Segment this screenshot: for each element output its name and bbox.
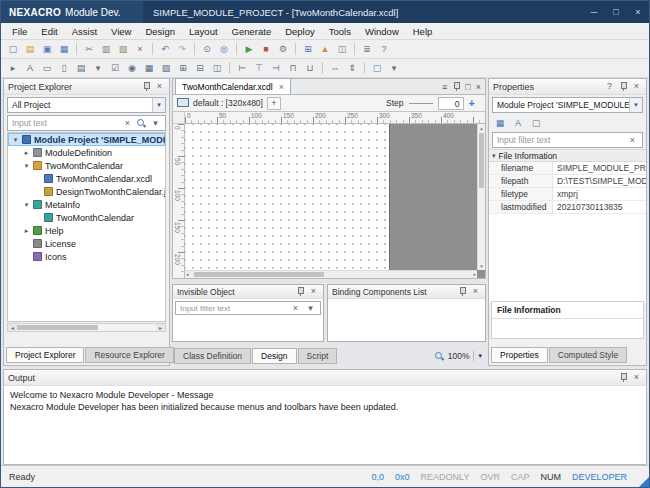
chevron-down-icon[interactable]: ▾ — [152, 98, 165, 112]
delete-icon[interactable]: × — [132, 42, 148, 57]
same-height-icon[interactable]: ⇕ — [344, 61, 360, 76]
help-icon[interactable]: ? — [604, 81, 615, 92]
menu-edit[interactable]: Edit — [34, 23, 64, 40]
new-project-icon[interactable]: ▢ — [5, 42, 21, 57]
step-value-input[interactable]: 0 — [438, 97, 464, 110]
file-information-section[interactable]: ▾ File Information — [489, 149, 646, 162]
radio-component-icon[interactable]: ◉ — [124, 61, 140, 76]
step-increase-button[interactable]: + — [469, 97, 475, 109]
tree-item-twomonthcalendar[interactable]: ▾TwoMonthCalendar — [8, 159, 165, 172]
project-search-input[interactable]: Input text × ▾ — [7, 115, 166, 131]
close-icon[interactable]: × — [154, 81, 165, 92]
minimize-button[interactable]: ─ — [583, 1, 605, 23]
close-button[interactable]: × — [627, 1, 649, 23]
clear-icon[interactable]: × — [122, 118, 133, 129]
menu-design[interactable]: Design — [138, 23, 182, 40]
project-filter-combobox[interactable]: All Project ▾ — [7, 97, 166, 113]
menu-assist[interactable]: Assist — [65, 23, 104, 40]
cut-icon[interactable]: ✂ — [81, 42, 97, 57]
tab-computed-style[interactable]: Computed Style — [549, 347, 627, 363]
open-project-icon[interactable]: ▤ — [22, 42, 38, 57]
pin-icon[interactable] — [452, 82, 460, 91]
tab-list-icon[interactable]: ≡ — [442, 82, 447, 92]
align-left-icon[interactable]: ⊢ — [234, 61, 250, 76]
tab-resource-explorer[interactable]: Resource Explorer — [85, 347, 173, 363]
grid-component-icon[interactable]: ▦ — [141, 61, 157, 76]
menu-deploy[interactable]: Deploy — [278, 23, 322, 40]
menu-layout[interactable]: Layout — [182, 23, 225, 40]
tree-item-module-project-simple-module-project[interactable]: ▾Module Project 'SIMPLE_MODULE_PROJECT' — [8, 133, 165, 146]
chevron-down-icon[interactable]: ▾ — [305, 303, 316, 314]
textarea-component-icon[interactable]: ▤ — [73, 61, 89, 76]
tab-component-icon[interactable]: ⊟ — [192, 61, 208, 76]
generate-icon[interactable]: ⊞ — [300, 42, 316, 57]
add-device-button[interactable]: + — [267, 97, 281, 110]
stop-icon[interactable]: ■ — [258, 42, 274, 57]
pin-icon[interactable] — [296, 287, 304, 296]
property-value[interactable]: SIMPLE_MODULE_PROJECT — [553, 162, 646, 174]
zoom-control[interactable]: 100% ▾ — [435, 351, 482, 361]
launch-icon[interactable]: ▶ — [241, 42, 257, 57]
property-row-filetype[interactable]: filetypexmprj — [489, 188, 646, 201]
checkbox-component-icon[interactable]: ☑ — [107, 61, 123, 76]
menu-view[interactable]: View — [104, 23, 138, 40]
chevron-down-icon[interactable]: ▾ — [629, 98, 642, 112]
tree-item-metainfo[interactable]: ▾MetaInfo — [8, 198, 165, 211]
tree-item-help[interactable]: ▸Help — [8, 224, 165, 237]
save-all-icon[interactable]: ▦ — [56, 42, 72, 57]
close-icon[interactable]: × — [308, 286, 319, 297]
property-row-filepath[interactable]: filepathD:\TEST\SIMPLE_MODULE_PROJECT — [489, 175, 646, 188]
collapse-icon[interactable]: ▾ — [22, 201, 31, 209]
build-icon[interactable]: ⚙ — [275, 42, 291, 57]
quick-view-dropdown-icon[interactable]: ▾ — [386, 61, 402, 76]
scrollbar-thumb[interactable] — [194, 272, 324, 277]
properties-filter-input[interactable]: Input filter text × — [492, 132, 643, 148]
scrollbar-track[interactable] — [17, 324, 156, 331]
pin-icon[interactable] — [619, 82, 627, 91]
zoom-value[interactable]: 100% — [448, 351, 470, 361]
clear-icon[interactable]: × — [627, 135, 638, 146]
collapse-icon[interactable]: ▾ — [492, 152, 496, 160]
same-width-icon[interactable]: ⇔ — [327, 61, 343, 76]
combo-component-icon[interactable]: ▾ — [90, 61, 106, 76]
menu-generate[interactable]: Generate — [225, 23, 279, 40]
replace-icon[interactable]: ◎ — [216, 42, 232, 57]
scroll-left-icon[interactable]: ◂ — [8, 324, 17, 331]
maximize-button[interactable]: □ — [605, 1, 627, 23]
find-icon[interactable]: ⊙ — [199, 42, 215, 57]
tree-item-twomonthcalendar[interactable]: TwoMonthCalendar — [8, 211, 165, 224]
tab-project-explorer[interactable]: Project Explorer — [6, 347, 84, 363]
filter-dropdown-icon[interactable]: ▾ — [150, 118, 161, 129]
tree-item-designtwomonthcalendar-js[interactable]: DesignTwoMonthCalendar.js — [8, 185, 165, 198]
step-slider[interactable] — [409, 103, 433, 104]
property-value[interactable]: xmprj — [553, 188, 646, 200]
window-list-icon[interactable]: ≣ — [359, 42, 375, 57]
tab-script[interactable]: Script — [298, 348, 338, 364]
resize-grip[interactable] — [639, 477, 649, 487]
categorized-view-icon[interactable]: ▦ — [492, 116, 508, 131]
property-row-filename[interactable]: filenameSIMPLE_MODULE_PROJECT — [489, 162, 646, 175]
properties-target-combobox[interactable]: Module Project 'SIMPLE_MODULE_PROJECT' ▾ — [492, 97, 643, 113]
document-tab[interactable]: TwoMonthCalendar.xcdl × — [175, 78, 291, 94]
undo-icon[interactable]: ↶ — [157, 42, 173, 57]
close-icon[interactable]: × — [476, 82, 481, 92]
search-icon[interactable] — [137, 119, 146, 128]
paste-icon[interactable]: ▧ — [115, 42, 131, 57]
close-tab-icon[interactable]: × — [279, 82, 284, 92]
div-component-icon[interactable]: ◫ — [209, 61, 225, 76]
tab-properties[interactable]: Properties — [491, 347, 548, 363]
invisible-object-filter-input[interactable]: Input filter text × ▾ — [175, 301, 321, 315]
close-icon[interactable]: × — [631, 81, 642, 92]
collapse-icon[interactable]: ▾ — [22, 162, 31, 170]
align-right-icon[interactable]: ⊣ — [268, 61, 284, 76]
package-icon[interactable]: ◫ — [334, 42, 350, 57]
expand-icon[interactable]: ▸ — [22, 149, 31, 157]
save-icon[interactable]: ▣ — [39, 42, 55, 57]
vertical-scrollbar[interactable]: ▴ ▾ — [477, 124, 485, 270]
tree-item-icons[interactable]: Icons — [8, 250, 165, 263]
pin-icon[interactable] — [619, 373, 627, 382]
collapse-icon[interactable]: ▾ — [11, 136, 20, 144]
button-component-icon[interactable]: ▭ — [39, 61, 55, 76]
scroll-down-icon[interactable]: ▾ — [478, 262, 485, 270]
help-icon[interactable]: ? — [376, 42, 392, 57]
